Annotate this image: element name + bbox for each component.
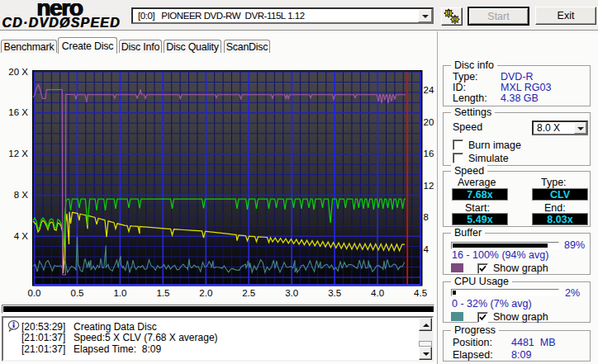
svg-text:1.0: 1.0 xyxy=(113,288,126,298)
svg-text:20: 20 xyxy=(424,117,434,127)
svg-text:0.0: 0.0 xyxy=(28,288,41,298)
svg-text:2.5: 2.5 xyxy=(242,288,255,298)
svg-text:16 X: 16 X xyxy=(8,107,28,117)
svg-text:16: 16 xyxy=(424,149,434,158)
svg-text:20 X: 20 X xyxy=(8,67,28,77)
svg-text:0.5: 0.5 xyxy=(71,288,84,298)
svg-text:8: 8 xyxy=(424,212,429,222)
svg-text:8 X: 8 X xyxy=(14,190,29,200)
svg-text:3.5: 3.5 xyxy=(328,288,341,298)
svg-text:4.0: 4.0 xyxy=(371,288,384,298)
svg-text:12 X: 12 X xyxy=(8,149,28,158)
svg-text:12: 12 xyxy=(424,181,434,191)
svg-text:24: 24 xyxy=(424,85,434,95)
svg-text:4.5: 4.5 xyxy=(414,288,427,298)
svg-text:1.5: 1.5 xyxy=(156,288,169,298)
svg-text:3.0: 3.0 xyxy=(285,288,298,298)
svg-text:2.0: 2.0 xyxy=(199,288,212,298)
svg-text:4 X: 4 X xyxy=(14,231,29,241)
svg-text:4: 4 xyxy=(424,244,430,254)
